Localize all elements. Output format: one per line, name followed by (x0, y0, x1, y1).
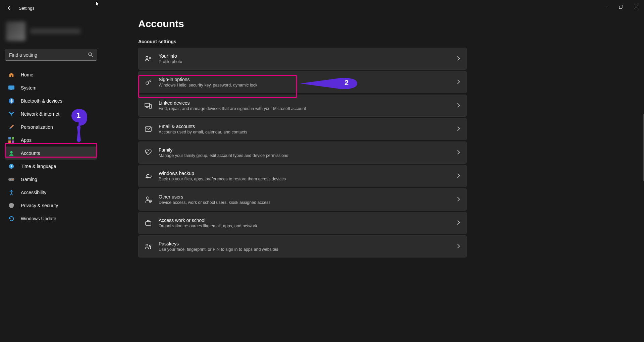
card-title: Windows backup (159, 171, 286, 176)
clock-icon (8, 163, 15, 170)
nav-update[interactable]: Windows Update (5, 212, 97, 225)
svg-rect-12 (12, 137, 14, 139)
nav-bluetooth[interactable]: Bluetooth & devices (5, 94, 97, 107)
wifi-icon (8, 111, 15, 117)
nav-apps[interactable]: Apps (5, 133, 97, 147)
nav-label: Bluetooth & devices (21, 98, 62, 104)
search-input[interactable] (9, 52, 88, 58)
card-windows-backup[interactable]: Windows backupBack up your files, apps, … (138, 165, 467, 187)
card-subtitle: Use your face, fingerprint, or PIN to si… (159, 247, 278, 252)
add-user-icon (145, 196, 152, 203)
nav-label: Privacy & security (21, 203, 58, 208)
close-icon (635, 5, 638, 9)
nav-label: Personalization (21, 124, 53, 130)
chevron-right-icon (457, 173, 460, 179)
card-title: Your info (159, 53, 182, 59)
card-subtitle: Find, repair, and manage devices that ar… (159, 106, 306, 111)
passkey-icon (145, 243, 152, 250)
chevron-right-icon (457, 103, 460, 109)
shield-icon (8, 202, 15, 209)
chevron-right-icon (457, 220, 460, 226)
svg-rect-2 (619, 6, 622, 8)
svg-rect-13 (8, 140, 11, 143)
card-subtitle: Device access, work or school users, kio… (159, 200, 270, 205)
nav-home[interactable]: Home (5, 68, 97, 81)
card-subtitle: Windows Hello, security key, password, d… (159, 83, 257, 88)
home-icon (8, 71, 15, 78)
window-title: Settings (19, 6, 35, 11)
maximize-button[interactable] (613, 0, 629, 13)
svg-rect-8 (10, 90, 12, 90)
card-title: Email & accounts (159, 124, 247, 129)
chevron-right-icon (457, 244, 460, 249)
card-passkeys[interactable]: PasskeysUse your face, fingerprint, or P… (138, 235, 467, 258)
nav-label: Network & internet (21, 111, 59, 117)
card-family[interactable]: FamilyManage your family group, edit acc… (138, 141, 467, 164)
card-subtitle: Accounts used by email, calendar, and co… (159, 130, 247, 134)
brush-icon (8, 124, 15, 130)
card-title: Family (159, 147, 288, 153)
card-title: Access work or school (159, 218, 257, 223)
back-button[interactable] (6, 5, 12, 11)
nav-label: Time & language (21, 164, 56, 169)
person-icon (8, 150, 15, 157)
svg-rect-36 (146, 222, 151, 225)
search-icon (88, 52, 93, 58)
gamepad-icon (8, 176, 15, 183)
nav-system[interactable]: System (5, 81, 97, 94)
chevron-right-icon (457, 56, 460, 62)
close-button[interactable] (629, 0, 644, 13)
nav-personalization[interactable]: Personalization (5, 120, 97, 133)
svg-rect-14 (12, 140, 14, 143)
svg-rect-7 (8, 86, 14, 90)
user-profile[interactable] (5, 19, 102, 47)
section-header: Account settings (138, 39, 631, 44)
nav-time-language[interactable]: Time & language (5, 160, 97, 173)
heart-icon (145, 149, 152, 156)
accessibility-icon (8, 189, 15, 196)
svg-point-32 (146, 197, 149, 199)
nav-accessibility[interactable]: Accessibility (5, 186, 97, 199)
nav-label: Accessibility (21, 190, 46, 195)
profile-name (30, 28, 80, 34)
avatar (6, 21, 25, 41)
apps-icon (8, 137, 15, 144)
card-title: Linked devices (159, 100, 306, 106)
nav-gaming[interactable]: Gaming (5, 173, 97, 186)
svg-rect-26 (145, 103, 150, 107)
nav-network[interactable]: Network & internet (5, 107, 97, 120)
card-title: Passkeys (159, 241, 278, 246)
svg-rect-17 (8, 178, 14, 181)
card-email-accounts[interactable]: Email & accountsAccounts used by email, … (138, 118, 467, 140)
minimize-icon (604, 5, 607, 9)
devices-icon (145, 102, 152, 109)
svg-point-10 (11, 115, 12, 116)
card-access-work-school[interactable]: Access work or schoolOrganization resour… (138, 212, 467, 234)
nav-label: Windows Update (21, 216, 56, 221)
svg-rect-29 (145, 127, 151, 131)
card-subtitle: Organization resources like email, apps,… (159, 224, 257, 228)
card-linked-devices[interactable]: Linked devicesFind, repair, and manage d… (138, 95, 467, 117)
backup-icon (145, 172, 152, 180)
search-input-wrap[interactable] (5, 49, 97, 61)
chevron-right-icon (457, 126, 460, 132)
nav-privacy[interactable]: Privacy & security (5, 199, 97, 212)
scrollbar[interactable] (643, 114, 644, 181)
bluetooth-icon (8, 98, 15, 104)
nav-label: Home (21, 72, 33, 77)
card-other-users[interactable]: Other usersDevice access, work or school… (138, 188, 467, 211)
card-sign-in-options[interactable]: Sign-in optionsWindows Hello, security k… (138, 71, 467, 93)
card-subtitle: Profile photo (159, 59, 182, 64)
update-icon (8, 215, 15, 222)
nav-accounts[interactable]: Accounts (5, 147, 97, 160)
card-subtitle: Back up your files, apps, preferences to… (159, 177, 286, 181)
svg-point-37 (146, 244, 148, 246)
minimize-button[interactable] (598, 0, 613, 13)
svg-rect-11 (8, 137, 11, 139)
card-subtitle: Manage your family group, edit account t… (159, 153, 288, 158)
svg-point-38 (150, 245, 151, 247)
chevron-right-icon (457, 150, 460, 156)
svg-point-21 (146, 56, 148, 58)
page-title: Accounts (138, 18, 631, 30)
card-your-info[interactable]: Your infoProfile photo (138, 48, 467, 70)
